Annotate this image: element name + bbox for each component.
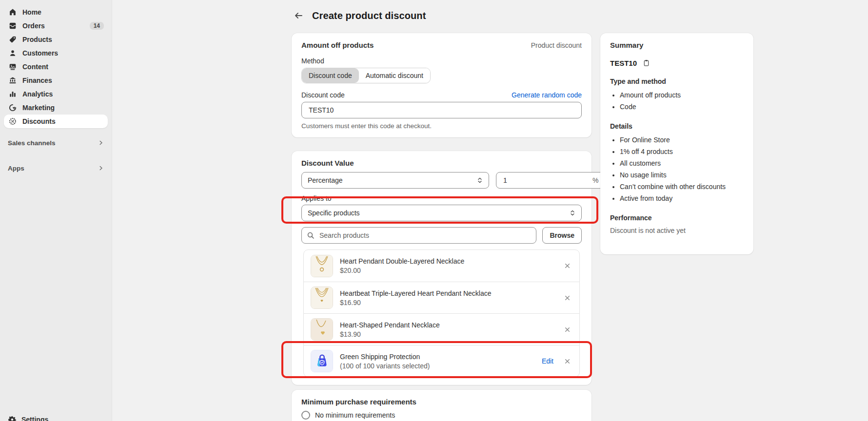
- browse-button[interactable]: Browse: [542, 227, 582, 244]
- product-row-green-shipping-protection: Green Shipping Protection (100 of 100 va…: [304, 345, 579, 377]
- summary-discount-code: TEST10: [610, 59, 637, 67]
- sidebar-item-finances[interactable]: Finances: [4, 74, 108, 87]
- remove-product-button[interactable]: [562, 293, 572, 303]
- product-thumbnail: [311, 287, 333, 309]
- sidebar-item-discounts[interactable]: Discounts: [4, 115, 108, 128]
- product-price: $16.90: [340, 298, 555, 307]
- applies-to-selected: Specific products: [308, 209, 360, 217]
- orders-icon: [8, 21, 18, 31]
- product-price: $20.00: [340, 266, 555, 275]
- close-icon: [564, 326, 571, 333]
- sidebar-item-label: Analytics: [22, 90, 104, 98]
- product-row: Heartbeat Triple-Layered Heart Pendant N…: [304, 282, 579, 313]
- sidebar-item-label: Home: [22, 8, 104, 16]
- discount-value-card: Discount Value Percentage % Applies to S…: [292, 151, 592, 385]
- sidebar-item-content[interactable]: Content: [4, 60, 108, 74]
- summary-title: Summary: [610, 41, 643, 49]
- value-type-select[interactable]: Percentage: [301, 172, 489, 189]
- select-updown-icon: [477, 177, 483, 184]
- discount-code-label: Discount code: [301, 91, 345, 99]
- products-icon: [8, 35, 18, 44]
- product-name: Green Shipping Protection: [340, 352, 535, 361]
- content-icon: [8, 62, 18, 72]
- back-button[interactable]: [292, 9, 305, 22]
- summary-card: Summary TEST10 Type and method Amount of…: [600, 33, 753, 254]
- summary-item: Can’t combine with other discounts: [620, 181, 744, 192]
- remove-product-button[interactable]: [562, 261, 572, 271]
- sidebar-item-analytics[interactable]: Analytics: [4, 87, 108, 101]
- percent-suffix: %: [592, 176, 598, 184]
- sidebar-item-settings[interactable]: Settings: [8, 415, 48, 421]
- method-segmented-control: Discount code Automatic discount: [301, 68, 431, 83]
- close-icon: [564, 358, 571, 364]
- sidebar-item-home[interactable]: Home: [4, 5, 108, 19]
- summary-item: All customers: [620, 157, 744, 169]
- sidebar-item-label: Products: [22, 36, 104, 43]
- product-thumbnail: [311, 318, 333, 341]
- summary-item: Active from today: [620, 192, 744, 204]
- no-minimum-label: No minimum requirements: [315, 411, 395, 419]
- edit-variants-link[interactable]: Edit: [542, 357, 553, 365]
- generate-random-code-link[interactable]: Generate random code: [512, 91, 582, 99]
- sidebar: Home Orders 14 Products Customers: [0, 0, 112, 421]
- minimum-purchase-card: Minimum purchase requirements No minimum…: [292, 390, 592, 421]
- applies-to-select[interactable]: Specific products: [301, 205, 582, 221]
- sidebar-item-label: Orders: [22, 22, 85, 30]
- page-title: Create product discount: [312, 10, 426, 21]
- sidebar-section-sales-channels[interactable]: Sales channels: [0, 136, 112, 150]
- chevron-right-icon: [98, 165, 104, 171]
- finances-icon: [8, 76, 18, 85]
- chevron-right-icon: [98, 140, 104, 146]
- customers-icon: [8, 48, 18, 58]
- product-row: Heart-Shaped Pendant Necklace $13.90: [304, 313, 579, 345]
- sales-channels-label: Sales channels: [8, 139, 98, 147]
- orders-count-badge: 14: [90, 22, 104, 30]
- type-and-method-list: Amount off products Code: [610, 89, 744, 113]
- details-list: For Online Store 1% off 4 products All c…: [610, 134, 744, 204]
- gear-icon: [8, 415, 17, 421]
- method-option-automatic-discount[interactable]: Automatic discount: [359, 68, 430, 83]
- remove-product-button[interactable]: [562, 325, 572, 335]
- summary-item: For Online Store: [620, 134, 744, 146]
- apps-label: Apps: [8, 165, 98, 172]
- close-icon: [564, 263, 571, 269]
- clipboard-icon: [643, 59, 650, 67]
- method-option-discount-code[interactable]: Discount code: [302, 68, 359, 83]
- remove-product-button[interactable]: [562, 356, 572, 366]
- sidebar-item-products[interactable]: Products: [4, 33, 108, 46]
- shipping-protection-icon: [311, 350, 333, 372]
- sidebar-item-label: Marketing: [22, 104, 104, 112]
- sidebar-section-apps[interactable]: Apps: [0, 161, 112, 175]
- value-amount-input[interactable]: [502, 176, 592, 185]
- discounts-icon: [8, 116, 18, 126]
- close-icon: [564, 295, 571, 301]
- product-search-input[interactable]: [318, 231, 531, 240]
- product-price: $13.90: [340, 330, 555, 339]
- performance-heading: Performance: [610, 214, 744, 222]
- product-row: Heart Pendant Double-Layered Necklace $2…: [304, 250, 579, 282]
- discount-type-badge: Product discount: [531, 41, 582, 49]
- product-thumbnail: [311, 255, 333, 277]
- type-and-method-heading: Type and method: [610, 77, 744, 85]
- summary-item: Code: [620, 101, 744, 113]
- no-minimum-radio[interactable]: [301, 411, 310, 420]
- sidebar-item-label: Customers: [22, 49, 104, 57]
- sidebar-item-customers[interactable]: Customers: [4, 46, 108, 60]
- sidebar-item-label: Content: [22, 63, 104, 71]
- sidebar-item-marketing[interactable]: Marketing: [4, 101, 108, 115]
- sidebar-item-label: Finances: [22, 77, 104, 84]
- card-title: Minimum purchase requirements: [301, 398, 416, 406]
- amount-off-products-card: Amount off products Product discount Met…: [292, 33, 592, 137]
- back-arrow-icon: [294, 11, 303, 20]
- value-amount-input-wrap: %: [496, 172, 605, 189]
- app-window: Home Orders 14 Products Customers: [0, 0, 868, 421]
- select-updown-icon: [570, 210, 575, 216]
- summary-item: No usage limits: [620, 169, 744, 181]
- value-type-selected: Percentage: [308, 176, 343, 184]
- applies-to-label: Applies to: [301, 194, 582, 202]
- copy-code-button[interactable]: [642, 58, 651, 68]
- settings-label: Settings: [21, 416, 48, 421]
- discount-code-input[interactable]: [308, 106, 575, 115]
- sidebar-item-orders[interactable]: Orders 14: [4, 19, 108, 33]
- product-variants-count: (100 of 100 variants selected): [340, 362, 535, 370]
